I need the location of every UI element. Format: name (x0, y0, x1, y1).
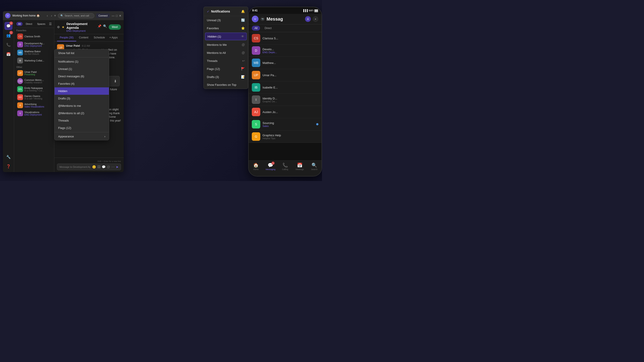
star-icon[interactable]: ★ (62, 25, 64, 29)
dropdown-appearance[interactable]: Appearance › (54, 133, 109, 140)
phone-list-item-sourcing[interactable]: S Sourcing Sales (249, 118, 322, 130)
sidebar-item-marketing[interactable]: M Marketing Collat... (15, 57, 53, 64)
new-tab-button[interactable]: + (54, 13, 56, 18)
phone-item-sub: Sales (262, 125, 314, 127)
phone-item-name: Graphics Help (262, 134, 318, 137)
search-bar[interactable]: 🔍 Search, meet, and call (58, 13, 94, 18)
phone-user-avatar[interactable]: U (252, 16, 258, 22)
dropdown-favorites[interactable]: Favorites (4) (54, 80, 109, 87)
minimize-button[interactable]: — (112, 14, 114, 17)
tab-schedule[interactable]: Schedule (91, 34, 108, 41)
phone-item-name: Umar Pa... (262, 73, 318, 77)
phone-nav-home[interactable]: 🏠 Home (249, 162, 263, 170)
nav-icon-teams[interactable]: 👥 1 (4, 31, 12, 39)
forward-button[interactable]: › (50, 13, 53, 18)
sidebar-item-emily[interactable]: EN Emily Nakagawa In a meeting • Cal... (15, 85, 53, 93)
notif-item-hidden[interactable]: Hidden (1) 👁 (205, 33, 247, 40)
pin-icon[interactable]: 📌 (98, 24, 101, 30)
dropdown-hidden[interactable]: Hidden (54, 87, 109, 95)
bell-icon[interactable]: 🔔 (241, 9, 245, 13)
back-button[interactable]: ‹ (46, 13, 49, 18)
close-button[interactable]: ✕ (119, 14, 122, 17)
sidebar-item-devagenda[interactable]: D Development Ag... ENG Deployment (15, 41, 53, 48)
filter-direct[interactable]: Direct (24, 22, 34, 26)
tab-people[interactable]: People (30) (57, 34, 76, 41)
filter-spaces[interactable]: Spaces (35, 22, 47, 26)
notif-item-unread[interactable]: Unread (3) 🔄 (204, 16, 248, 24)
phone-list-item-clarissa[interactable]: CS Clarissa S... (249, 32, 322, 44)
nav-icon-help[interactable]: ❓ (4, 162, 12, 170)
filter-all[interactable]: All (16, 22, 22, 26)
phone-nav-calling[interactable]: 📞 Calling (278, 162, 292, 170)
phone-tab-direct[interactable]: Direct (262, 26, 274, 31)
phone-filter-icon[interactable]: ☰ (305, 16, 311, 22)
dropdown-flags[interactable]: Flags (12) (54, 124, 109, 132)
tab-add-apps[interactable]: + Apps (108, 34, 120, 41)
notif-item-mentions-me[interactable]: Mentions to Me @ (204, 41, 248, 49)
nav-icon-apps[interactable]: 🔧 (4, 153, 12, 161)
nav-icon-calls[interactable]: 📞 (4, 41, 12, 49)
phone-list-item-matthew[interactable]: MB Matthew... (249, 57, 322, 69)
connect-button[interactable]: Connect (96, 13, 110, 18)
download-icon[interactable]: ⬇ (114, 79, 117, 83)
sidebar-menu-icon[interactable]: ☰ (49, 22, 52, 26)
nav-icon-calendar[interactable]: 📅 (4, 50, 12, 58)
phone-nav-meetings[interactable]: 📅 Meetings (292, 162, 307, 170)
tab-content[interactable]: Content (76, 34, 91, 41)
send-button[interactable]: ➤ (116, 165, 118, 169)
dropdown-show-full-list[interactable]: Show full list (54, 49, 109, 57)
notif-item-threads[interactable]: Threads ↩ (204, 57, 248, 65)
sidebar-item-matthew[interactable]: MB Matthew Baker Do Not Disturb (15, 49, 53, 56)
sidebar-item-clarissa[interactable]: CS Clarissa Smith (15, 33, 53, 40)
dropdown-direct-messages[interactable]: Direct messages (6) (54, 73, 109, 80)
phone-list-item-dev[interactable]: D Develo... ENG Deplo... (249, 44, 322, 57)
search-channel-icon[interactable]: 🔍 (103, 24, 107, 30)
sidebar-item-umar[interactable]: UP Umar Patel Presenting (15, 69, 53, 77)
mention-button[interactable]: @ (107, 165, 110, 169)
dropdown-notifications[interactable]: Notifications (1) (54, 58, 109, 65)
dropdown-threads[interactable]: Threads (54, 117, 109, 124)
phone-list-item-umar[interactable]: UP Umar Pa... (249, 69, 322, 81)
phone-compose-icon[interactable]: + (312, 16, 318, 22)
dropdown-mentions-me[interactable]: @Mentions to me (54, 102, 109, 109)
phone-tab-all[interactable]: All (252, 26, 260, 31)
dropdown-unread[interactable]: Unread (1) (54, 65, 109, 73)
notif-label: Drafts (3) (207, 75, 241, 79)
message-input[interactable] (60, 166, 90, 168)
sidebar-item-darren[interactable]: DO Darren Owens In a call • Working (15, 93, 53, 101)
unread-dot (316, 123, 318, 125)
settings-icon[interactable]: ⚙ (57, 25, 60, 29)
attach-button[interactable]: 🖼 (97, 165, 100, 169)
notif-item-show-favorites[interactable]: Show Favorites on Top (204, 81, 248, 89)
sidebar-item-common[interactable]: CM Common Metric... Usability research (15, 77, 53, 85)
phone-nav-search[interactable]: 🔍 Search (307, 162, 322, 170)
notif-item-drafts[interactable]: Drafts (3) 📝 (204, 73, 248, 81)
gif-button[interactable]: 💬 (102, 165, 106, 169)
phone-list-item-identity[interactable]: I Identity D... Graphic De... (249, 94, 322, 106)
notif-item-favorites[interactable]: Favorites ⭐ (204, 24, 248, 32)
nav-icon-chat[interactable]: 💬 4 (4, 22, 12, 30)
channel-name: Development Agenda (66, 22, 96, 29)
dropdown-mentions-all[interactable]: @Mentions to all (2) (54, 109, 109, 117)
notif-item-flags[interactable]: Flags (12) 🚩 (204, 65, 248, 73)
sidebar-item-advertising[interactable]: A Advertising Sales Visualizations (15, 101, 53, 109)
phone-item-avatar: IB (252, 83, 260, 92)
phone-list-item-austen[interactable]: AJ Austen Jo... (249, 106, 322, 118)
maximize-button[interactable]: □ (116, 14, 118, 17)
phone-list-item-graphics[interactable]: G Graphics Help Helpful Tips (249, 130, 322, 143)
emoji-button[interactable]: 😊 (92, 165, 96, 169)
item-sub: In a meeting • Cal... (24, 89, 51, 92)
dropdown-drafts[interactable]: Drafts (3) (54, 95, 109, 102)
item-info: Emily Nakagawa In a meeting • Cal... (24, 87, 51, 92)
phone-time: 9:41 (252, 9, 258, 12)
phone-nav-messaging[interactable]: 💬 3 Messaging (263, 162, 278, 170)
meet-button[interactable]: Meet (109, 24, 121, 30)
phone-status-indicator[interactable]: 📷 (260, 17, 265, 21)
item-avatar: M (17, 58, 23, 63)
item-name: Marketing Collat... (24, 59, 51, 62)
sidebar-item-visualizations[interactable]: V Visualizations ENG Deployment (15, 109, 53, 117)
phone-list-item-isabelle[interactable]: IB Isabelle E... (249, 81, 322, 94)
notif-item-mentions-all[interactable]: Mentions to All @ (204, 49, 248, 57)
more-button[interactable]: ⋯ (111, 165, 114, 169)
channel-header: ⚙ ★ Development Agenda ENG Deployment 📌 … (54, 20, 124, 34)
